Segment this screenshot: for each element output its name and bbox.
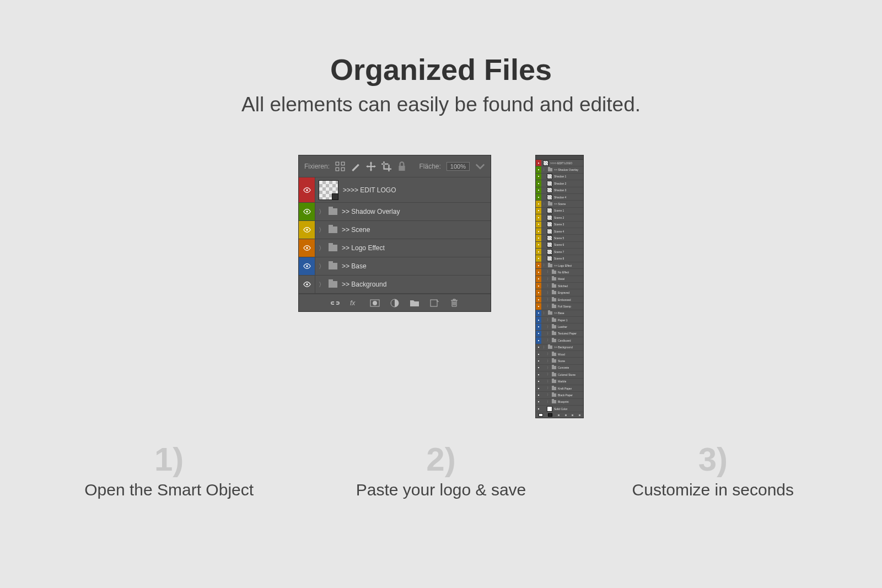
layer-name[interactable]: >> Scene <box>342 226 370 234</box>
layer-body[interactable]: Scene 6 <box>541 242 583 247</box>
smart-object-thumb[interactable] <box>319 180 338 200</box>
lock-all-icon[interactable] <box>335 161 345 171</box>
layer-body[interactable]: 〉Black Paper <box>541 392 583 397</box>
visibility-eye-icon[interactable] <box>536 289 541 295</box>
layer-row[interactable]: Scene 1 <box>536 208 583 214</box>
layer-body[interactable]: 〉>> Scene <box>315 226 491 234</box>
visibility-eye-icon[interactable] <box>536 358 541 364</box>
layer-body[interactable]: 〉Cardboard <box>541 338 583 343</box>
visibility-eye-icon[interactable] <box>299 203 315 220</box>
layer-thumb[interactable] <box>547 174 552 179</box>
expand-chevron-icon[interactable]: 〉 <box>547 290 550 295</box>
bottom-btn-icon[interactable] <box>565 414 567 416</box>
layer-row[interactable]: 〉>> Scene <box>299 221 491 239</box>
layer-row[interactable]: 〉Cardboard <box>536 337 583 344</box>
layer-body[interactable]: Scene 2 <box>541 215 583 220</box>
layer-body[interactable]: 〉Marble <box>541 379 583 384</box>
layer-row[interactable]: Scene 2 <box>536 214 583 221</box>
fill-dropdown-icon[interactable] <box>475 161 485 171</box>
expand-chevron-icon[interactable]: 〉 <box>543 311 546 316</box>
layer-body[interactable]: 〉>> Shadow Overlay <box>541 168 583 172</box>
layer-name[interactable]: Shadow 3 <box>554 188 566 192</box>
move-icon[interactable] <box>366 161 376 171</box>
layer-row[interactable]: >>>> EDIT LOGO <box>536 160 583 166</box>
layer-name[interactable]: Shadow 2 <box>554 182 566 185</box>
layer-body[interactable]: Shadow 1 <box>541 174 583 179</box>
visibility-eye-icon[interactable] <box>536 371 541 377</box>
layer-row[interactable]: 〉Concrete <box>536 365 583 371</box>
new-layer-icon[interactable] <box>429 298 439 308</box>
fill-value[interactable]: 100% <box>447 162 470 171</box>
layer-row[interactable]: Shadow 4 <box>536 194 583 201</box>
brush-icon[interactable] <box>351 161 361 171</box>
layer-name[interactable]: >> Shadow Overlay <box>554 168 578 171</box>
layer-body[interactable]: Shadow 4 <box>541 195 583 200</box>
layer-row[interactable]: Scene 4 <box>536 228 583 235</box>
expand-chevron-icon[interactable]: 〉 <box>547 297 550 302</box>
layer-row[interactable]: 〉Foil Stamp <box>536 303 583 310</box>
layer-body[interactable]: 〉Engraved <box>541 290 583 295</box>
layer-row[interactable]: 〉Blueprint <box>536 399 583 406</box>
expand-chevron-icon[interactable]: 〉 <box>547 338 550 343</box>
layer-name[interactable]: Kraft Paper <box>558 387 572 390</box>
layer-body[interactable]: 〉>> Logo Effect <box>315 244 491 252</box>
layer-name[interactable]: Scene 2 <box>554 216 564 219</box>
lock-icon[interactable] <box>397 161 407 171</box>
layer-thumb[interactable] <box>547 215 552 220</box>
layer-body[interactable]: 〉Concrete <box>541 365 583 370</box>
expand-chevron-icon[interactable]: 〉 <box>547 365 550 370</box>
layer-row[interactable]: Scene 6 <box>536 242 583 249</box>
layer-row[interactable]: Scene 5 <box>536 235 583 241</box>
expand-chevron-icon[interactable]: 〉 <box>547 400 550 404</box>
bottom-btn-icon[interactable] <box>579 414 580 416</box>
layer-row[interactable]: 〉Black Paper <box>536 392 583 398</box>
layer-body[interactable]: 〉Embossed <box>541 297 583 302</box>
layer-thumb[interactable] <box>547 406 552 412</box>
layer-name[interactable]: Blueprint <box>558 400 569 403</box>
layer-body[interactable]: 〉Kraft Paper <box>541 386 583 391</box>
visibility-eye-icon[interactable] <box>536 262 541 268</box>
layer-row[interactable]: 〉>> Logo Effect <box>536 262 583 269</box>
visibility-eye-icon[interactable] <box>536 187 541 193</box>
expand-chevron-icon[interactable]: 〉 <box>319 244 324 252</box>
mask-icon[interactable] <box>370 298 380 308</box>
layer-body[interactable]: Scene 3 <box>541 222 583 227</box>
layer-name[interactable]: Scene 6 <box>554 243 564 246</box>
layer-body[interactable]: >>>> EDIT LOGO <box>541 160 583 166</box>
layer-row[interactable]: 〉Metal <box>536 276 583 283</box>
layer-row[interactable]: Scene 7 <box>536 249 583 255</box>
layer-name[interactable]: Colored Stone <box>558 373 576 376</box>
layer-name[interactable]: >> Background <box>554 346 573 349</box>
layer-row[interactable]: 〉Stitched <box>536 283 583 289</box>
layer-name[interactable]: Paper 1 <box>558 319 568 322</box>
visibility-eye-icon[interactable] <box>536 379 541 385</box>
expand-chevron-icon[interactable]: 〉 <box>319 208 324 216</box>
visibility-eye-icon[interactable] <box>536 406 541 412</box>
layer-body[interactable]: 〉>> Base <box>541 311 583 316</box>
expand-chevron-icon[interactable]: 〉 <box>547 392 550 397</box>
layer-thumb[interactable] <box>547 181 552 186</box>
layer-body[interactable]: Scene 7 <box>541 249 583 255</box>
layer-body[interactable]: 〉Colored Stone <box>541 372 583 377</box>
visibility-eye-icon[interactable] <box>299 276 315 293</box>
visibility-eye-icon[interactable] <box>536 235 541 241</box>
visibility-eye-icon[interactable] <box>536 166 541 172</box>
layer-body[interactable]: Scene 1 <box>541 208 583 213</box>
layer-name[interactable]: >> Logo Effect <box>342 244 385 252</box>
layer-row[interactable]: 〉>> Background <box>536 344 583 351</box>
layer-name[interactable]: Scene 5 <box>554 236 564 240</box>
layer-body[interactable]: 〉>> Base <box>315 262 491 271</box>
layer-row[interactable]: Scene 3 <box>536 222 583 228</box>
layer-row[interactable]: 〉>> Shadow Overlay <box>299 203 491 221</box>
visibility-eye-icon[interactable] <box>299 177 315 202</box>
expand-chevron-icon[interactable]: 〉 <box>543 168 546 172</box>
layer-name[interactable]: Shadow 1 <box>554 175 566 178</box>
layer-thumb[interactable] <box>543 160 548 166</box>
layer-name[interactable]: >> Base <box>554 311 564 315</box>
layer-name[interactable]: Leather <box>558 325 567 328</box>
layer-row[interactable]: 〉No Effect <box>536 269 583 276</box>
layer-row[interactable]: 〉Colored Stone <box>536 371 583 378</box>
layer-name[interactable]: Scene 8 <box>554 257 564 260</box>
layer-body[interactable]: Shadow 2 <box>541 181 583 186</box>
layer-name[interactable]: Scene 3 <box>554 223 564 226</box>
